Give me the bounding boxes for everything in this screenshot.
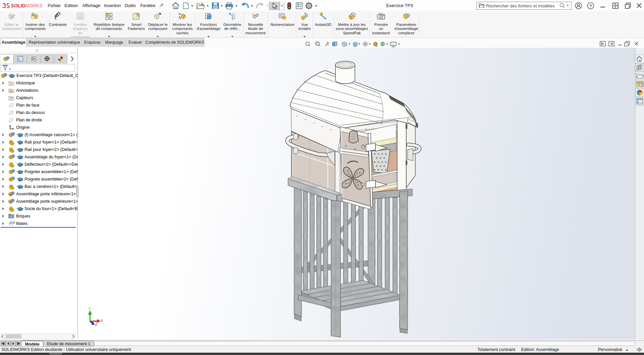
svg-text:?: ? bbox=[589, 3, 592, 8]
svg-text:Historique: Historique bbox=[16, 81, 35, 85]
svg-text:Déflecteur<2> (Default<<Def: Déflecteur<2> (Default<<Def bbox=[25, 162, 78, 167]
svg-text:!: ! bbox=[350, 16, 351, 19]
svg-text:A: A bbox=[10, 89, 12, 92]
svg-text:Socle du four<1> (Default<B: Socle du four<1> (Default<B bbox=[25, 206, 78, 211]
svg-text:Rail pour foyer<1> (Default<: Rail pour foyer<1> (Default< bbox=[25, 140, 77, 145]
svg-text:WORKS: WORKS bbox=[24, 3, 42, 8]
svg-text:Annotations: Annotations bbox=[16, 88, 38, 93]
svg-text:Assemblage porte inférieure<1>: Assemblage porte inférieure<1> ( bbox=[16, 192, 78, 196]
svg-text:Capteurs: Capteurs bbox=[16, 95, 33, 100]
svg-text:X: X bbox=[100, 319, 103, 323]
svg-text:Poignée assemblée<2> (Defa: Poignée assemblée<2> (Defa bbox=[25, 177, 78, 182]
svg-text:Exercice TP3 (Default<Default: Exercice TP3 (Default<Default_Di bbox=[16, 73, 78, 78]
svg-text:Assemblage porte supérieure<1>: Assemblage porte supérieure<1> bbox=[16, 199, 78, 204]
svg-text:SOLID: SOLID bbox=[11, 3, 25, 8]
svg-text:Briques: Briques bbox=[16, 214, 30, 219]
svg-text:Poignée assemblée<1> (Defa: Poignée assemblée<1> (Defa bbox=[25, 169, 78, 174]
svg-text:Plan du dessus: Plan du dessus bbox=[16, 110, 45, 115]
svg-text:Rail pour foyer<2> (Default<: Rail pour foyer<2> (Default< bbox=[25, 147, 77, 152]
svg-text:Y: Y bbox=[88, 307, 91, 311]
svg-text:Bac a cendres<1> (Default<<: Bac a cendres<1> (Default<< bbox=[25, 184, 78, 189]
svg-text:(f) Assemblage caisson<1> (D: (f) Assemblage caisson<1> (D bbox=[25, 132, 78, 137]
svg-text:Z: Z bbox=[95, 322, 97, 326]
svg-text:Plan de droite: Plan de droite bbox=[16, 118, 42, 122]
svg-text:Origine: Origine bbox=[16, 125, 30, 130]
svg-text:Plan de face: Plan de face bbox=[16, 103, 40, 108]
svg-text:Mates: Mates bbox=[16, 221, 28, 226]
svg-text:Assemblage du foyer<1> (De: Assemblage du foyer<1> (De bbox=[25, 155, 78, 159]
